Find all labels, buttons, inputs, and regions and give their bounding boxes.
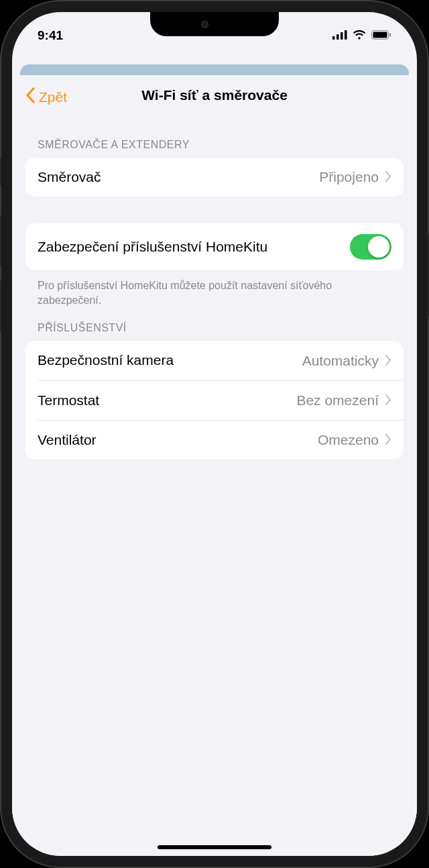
svg-rect-2 (341, 32, 343, 40)
accessories-card: Bezpečnostní kamera Automaticky Termosta… (25, 341, 404, 459)
page-title: Wi-Fi síť a směrovače (141, 87, 288, 103)
accessory-detail: Omezeno (318, 432, 379, 448)
back-label: Zpět (39, 89, 67, 105)
chevron-right-icon (385, 352, 391, 370)
accessory-label: Ventilátor (38, 431, 318, 449)
status-indicators (332, 28, 391, 43)
routers-card: Směrovač Připojeno (25, 158, 404, 197)
svg-rect-6 (389, 34, 391, 37)
chevron-right-icon (385, 392, 391, 409)
notch (150, 12, 279, 36)
svg-rect-3 (345, 30, 347, 40)
chevron-right-icon (385, 431, 391, 449)
phone-frame: 9:41 Zpět (0, 0, 429, 868)
home-indicator[interactable] (158, 845, 271, 849)
router-status: Připojeno (319, 169, 379, 185)
section-header-routers: SMĚROVAČE A EXTENDERY (25, 115, 404, 158)
svg-rect-0 (332, 36, 335, 40)
accessory-label: Termostat (38, 392, 296, 409)
accessory-row-camera[interactable]: Bezpečnostní kamera Automaticky (25, 341, 404, 380)
svg-rect-5 (373, 32, 387, 38)
chevron-back-icon (25, 87, 35, 107)
wifi-icon (353, 28, 366, 43)
svg-rect-1 (336, 34, 339, 40)
accessory-row-thermostat[interactable]: Termostat Bez omezení (38, 380, 404, 420)
security-toggle[interactable] (350, 234, 391, 260)
accessory-row-fan[interactable]: Ventilátor Omezeno (38, 420, 404, 459)
security-toggle-row[interactable]: Zabezpečení příslušenství HomeKitu (25, 223, 404, 270)
mute-switch (0, 158, 1, 186)
security-card: Zabezpečení příslušenství HomeKitu (25, 223, 404, 270)
accessory-detail: Automaticky (302, 353, 379, 369)
security-footer: Pro příslušenství HomeKitu můžete použít… (25, 270, 404, 307)
volume-up-button (0, 215, 1, 267)
main-sheet: Zpět Wi-Fi síť a směrovače SMĚROVAČE A E… (12, 75, 417, 856)
chevron-right-icon (385, 168, 391, 186)
accessory-detail: Bez omezení (296, 392, 379, 409)
back-button[interactable]: Zpět (25, 87, 67, 107)
router-row[interactable]: Směrovač Připojeno (25, 158, 404, 197)
section-header-accessories: PŘÍSLUŠENSTVÍ (25, 307, 404, 341)
volume-down-button (0, 280, 1, 333)
cellular-signal-icon (332, 28, 347, 43)
status-time: 9:41 (38, 28, 63, 43)
accessory-label: Bezpečnostní kamera (38, 351, 302, 369)
navigation-bar: Zpět Wi-Fi síť a směrovače (12, 75, 417, 115)
phone-screen: 9:41 Zpět (12, 12, 417, 856)
content: SMĚROVAČE A EXTENDERY Směrovač Připojeno… (12, 115, 417, 459)
battery-icon (371, 28, 391, 43)
router-label: Směrovač (38, 168, 319, 186)
security-toggle-label: Zabezpečení příslušenství HomeKitu (38, 238, 350, 256)
